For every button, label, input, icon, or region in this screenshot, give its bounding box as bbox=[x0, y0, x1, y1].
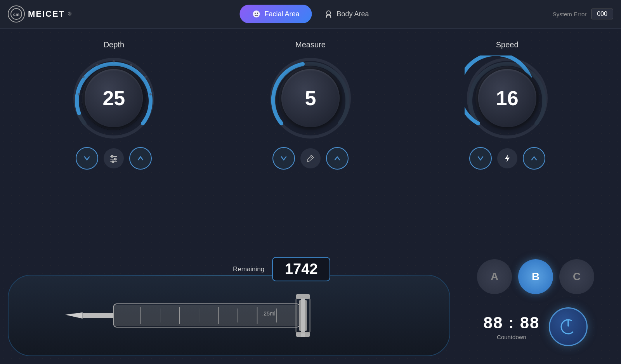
lightning-icon bbox=[503, 154, 511, 163]
speed-knob-container: 16 bbox=[465, 55, 550, 141]
measure-section: Measure 5 bbox=[268, 40, 353, 170]
speed-up-btn[interactable] bbox=[523, 147, 545, 170]
system-error-label: System Error bbox=[553, 11, 587, 17]
countdown-time: 88 : 88 bbox=[484, 314, 540, 332]
remaining-label: Remaining bbox=[233, 265, 264, 273]
svg-rect-43 bbox=[301, 298, 305, 337]
a-button[interactable]: A bbox=[477, 259, 512, 294]
speed-controls bbox=[469, 147, 545, 170]
right-panel: A B C 88 : 88 Countdown bbox=[458, 251, 621, 364]
svg-point-10 bbox=[149, 93, 152, 95]
speed-section: Speed 16 bbox=[465, 40, 550, 170]
header: cm MEICET ® Facial Area Body Area System… bbox=[0, 0, 621, 29]
syringe-svg: .25ml bbox=[16, 284, 420, 347]
speed-lightning-btn[interactable] bbox=[497, 148, 517, 168]
track-separator-line bbox=[32, 276, 426, 276]
svg-point-8 bbox=[130, 64, 132, 66]
remaining-value: 1742 bbox=[272, 257, 330, 281]
face-icon bbox=[252, 10, 260, 18]
knobs-row: Depth bbox=[16, 36, 605, 170]
chevron-up-icon bbox=[531, 155, 538, 162]
measure-controls bbox=[272, 147, 349, 170]
measure-up-btn[interactable] bbox=[326, 147, 349, 170]
speed-label: Speed bbox=[496, 40, 519, 49]
svg-point-3 bbox=[255, 13, 256, 14]
countdown-label: Countdown bbox=[497, 334, 526, 340]
svg-point-7 bbox=[113, 60, 115, 62]
countdown-display: 88 : 88 Countdown bbox=[484, 314, 540, 340]
needle-icon bbox=[306, 154, 315, 163]
svg-point-13 bbox=[96, 64, 99, 66]
sliders-icon bbox=[109, 154, 118, 163]
system-error-area: System Error 000 bbox=[553, 9, 613, 19]
nav-tabs: Facial Area Body Area bbox=[239, 5, 381, 23]
logo-text: MEICET bbox=[28, 9, 65, 19]
facial-area-tab[interactable]: Facial Area bbox=[239, 5, 312, 23]
depth-value: 25 bbox=[85, 69, 143, 127]
svg-rect-28 bbox=[83, 313, 114, 318]
speed-value: 16 bbox=[478, 69, 536, 127]
depth-settings-btn[interactable] bbox=[104, 148, 124, 168]
svg-line-24 bbox=[310, 156, 313, 158]
logo-circle: cm bbox=[8, 5, 25, 23]
depth-label: Depth bbox=[104, 40, 124, 49]
chevron-down-icon bbox=[83, 155, 90, 162]
measure-label: Measure bbox=[295, 40, 326, 49]
measure-needle-btn[interactable] bbox=[300, 148, 321, 168]
body-icon bbox=[324, 10, 333, 18]
abc-buttons: A B C bbox=[477, 259, 594, 294]
system-error-value: 000 bbox=[591, 9, 613, 19]
power-button[interactable] bbox=[549, 307, 588, 346]
svg-point-25 bbox=[307, 161, 308, 162]
logo-reg: ® bbox=[68, 11, 71, 17]
measure-down-btn[interactable] bbox=[272, 147, 295, 170]
main-content: Depth bbox=[0, 29, 621, 364]
measure-knob-container: 5 bbox=[268, 55, 353, 141]
speed-down-btn[interactable] bbox=[469, 147, 492, 170]
remaining-area: Remaining 1742 bbox=[233, 257, 330, 281]
body-area-label: Body Area bbox=[337, 10, 369, 18]
chevron-up-icon bbox=[137, 155, 144, 162]
depth-up-btn[interactable] bbox=[129, 147, 152, 170]
syringe-area: Remaining 1742 bbox=[0, 251, 458, 364]
svg-point-12 bbox=[82, 76, 85, 78]
depth-knob-container: 25 bbox=[71, 55, 156, 141]
measure-value: 5 bbox=[281, 69, 340, 127]
syringe-track: .25ml bbox=[8, 275, 450, 356]
depth-section: Depth bbox=[71, 40, 156, 170]
svg-text:.25ml: .25ml bbox=[262, 310, 275, 317]
depth-down-btn[interactable] bbox=[76, 147, 98, 170]
countdown-power-area: 88 : 88 Countdown bbox=[484, 307, 588, 346]
bottom-section: Remaining 1742 bbox=[0, 251, 621, 364]
power-icon bbox=[559, 317, 578, 336]
svg-rect-5 bbox=[326, 11, 330, 15]
b-button[interactable]: B bbox=[518, 259, 553, 294]
svg-text:cm: cm bbox=[13, 12, 19, 17]
depth-controls bbox=[76, 147, 152, 170]
chevron-up-icon bbox=[334, 155, 341, 162]
c-button[interactable]: C bbox=[559, 259, 594, 294]
svg-point-4 bbox=[257, 13, 258, 14]
chevron-down-icon bbox=[477, 155, 484, 162]
svg-point-11 bbox=[78, 93, 80, 95]
facial-area-label: Facial Area bbox=[264, 10, 299, 18]
logo: cm MEICET ® bbox=[8, 5, 71, 23]
chevron-down-icon bbox=[280, 155, 287, 162]
body-area-tab[interactable]: Body Area bbox=[312, 5, 381, 23]
svg-point-9 bbox=[144, 76, 147, 78]
svg-point-2 bbox=[253, 10, 260, 17]
